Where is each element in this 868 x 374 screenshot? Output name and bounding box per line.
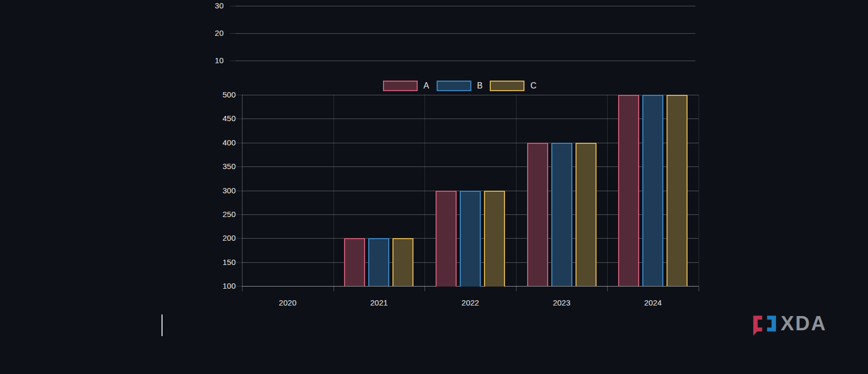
y-axis-tick (236, 95, 242, 95)
xda-watermark: XDA (752, 314, 827, 336)
bar-a-2021[interactable] (344, 238, 365, 286)
x-axis-tick (699, 286, 699, 291)
top-chart-tick (230, 6, 236, 6)
bar-a-2023[interactable] (527, 143, 548, 286)
y-axis-label: 100 (204, 281, 236, 291)
y-axis-tick (236, 143, 242, 143)
top-chart-tick (230, 61, 236, 61)
top-chart-y-label: 10 (192, 56, 224, 65)
bar-c-2021[interactable] (392, 238, 413, 286)
chart-legend: ABC (383, 80, 544, 92)
bar-a-2022[interactable] (436, 191, 457, 287)
top-chart-tick (230, 33, 236, 34)
legend-item-a[interactable]: A (383, 81, 437, 91)
xda-logo-text: XDA (781, 314, 827, 332)
gridline-v (334, 95, 334, 286)
x-axis-tick (425, 286, 425, 291)
bar-b-2022[interactable] (460, 191, 481, 287)
y-axis-tick (236, 119, 242, 119)
y-axis-tick (236, 238, 242, 239)
legend-item-c[interactable]: C (490, 81, 544, 91)
legend-label-c: C (530, 81, 537, 91)
y-axis-label: 500 (204, 90, 236, 100)
x-axis-tick (607, 286, 608, 291)
bar-c-2023[interactable] (576, 143, 597, 286)
y-axis-label: 450 (204, 114, 236, 123)
y-axis-label: 200 (204, 233, 236, 243)
legend-swatch-c (490, 81, 524, 91)
y-axis-tick (236, 286, 242, 287)
bar-c-2022[interactable] (484, 191, 505, 287)
y-axis-tick (236, 262, 242, 263)
top-chart-gridline (236, 61, 695, 61)
y-axis-tick (236, 191, 242, 191)
legend-label-a: A (423, 81, 429, 91)
text-caret (162, 314, 163, 336)
legend-swatch-a (383, 81, 418, 91)
x-axis-tick (242, 286, 243, 291)
gridline-v (699, 95, 699, 286)
xda-bracket-right-blue (767, 316, 776, 331)
bar-b-2021[interactable] (368, 238, 389, 286)
xda-bracket-left-red (753, 316, 762, 336)
x-axis-label: 2022 (439, 298, 502, 308)
x-axis-tick (516, 286, 517, 291)
gridline-v (425, 95, 425, 286)
x-axis-label: 2021 (347, 298, 410, 308)
x-axis-label: 2024 (621, 298, 684, 308)
x-axis-tick (334, 286, 334, 291)
y-axis-label: 350 (204, 162, 236, 171)
gridline-v (516, 95, 517, 286)
y-axis-label: 250 (204, 210, 236, 219)
bar-b-2023[interactable] (551, 143, 572, 286)
x-axis-label: 2023 (530, 298, 593, 308)
screen: 302010 ABC 50045040035030025020015010020… (0, 0, 868, 374)
top-chart-gridline (236, 6, 695, 6)
y-axis-tick (236, 166, 242, 167)
x-axis-label: 2020 (256, 298, 319, 308)
y-axis-tick (236, 214, 242, 215)
y-axis-label: 300 (204, 186, 236, 195)
gridline-v (607, 95, 608, 286)
y-axis-line (242, 95, 243, 286)
top-chart-y-label: 20 (192, 28, 224, 38)
bar-c-2024[interactable] (667, 95, 688, 286)
legend-label-b: B (477, 81, 483, 91)
bar-a-2024[interactable] (618, 95, 639, 286)
y-axis-label: 150 (204, 258, 236, 267)
bar-b-2024[interactable] (642, 95, 663, 286)
top-chart-y-label: 30 (192, 1, 224, 11)
xda-brackets-icon (752, 314, 777, 336)
legend-swatch-b (437, 81, 471, 91)
legend-item-b[interactable]: B (437, 81, 490, 91)
y-axis-label: 400 (204, 138, 236, 147)
top-chart-gridline (236, 33, 695, 34)
